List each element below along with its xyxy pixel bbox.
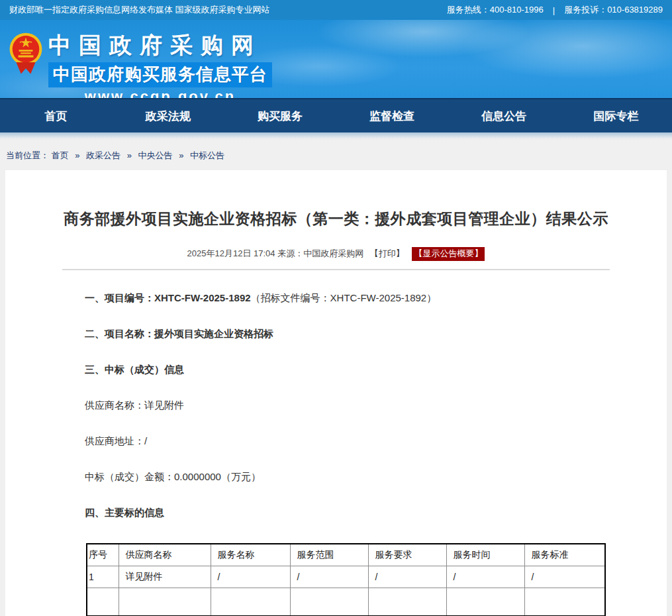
top-utility-bar: 财政部唯一指定政府采购信息网络发布媒体 国家级政府采购专业网站 服务热线：400… <box>0 0 672 20</box>
col-header-service-requirement: 服务要求 <box>368 544 446 566</box>
site-title[interactable]: 中国政府采购网 <box>48 30 272 61</box>
print-button[interactable]: 【打印】 <box>370 248 405 258</box>
article-body: 一、项目编号：XHTC-FW-2025-1892（招标文件编号：XHTC-FW-… <box>5 270 667 518</box>
col-header-supplier-name: 供应商名称 <box>119 544 211 566</box>
nav-item-regulations[interactable]: 政采法规 <box>112 99 224 132</box>
page-title: 商务部援外项目实施企业资格招标（第一类：援外成套项目管理企业）结果公示 <box>5 170 667 229</box>
cell-service-name: / <box>211 566 290 588</box>
service-complaint: 服务投诉：010-63819289 <box>564 4 663 16</box>
nav-item-announcements[interactable]: 信息公告 <box>448 99 560 132</box>
article-source: 来源：中国政府采购网 <box>277 248 363 258</box>
col-header-index: 序号 <box>87 544 119 566</box>
nav-shadow-strip <box>0 132 672 140</box>
col-header-service-standard: 服务标准 <box>524 544 605 566</box>
col-header-service-time: 服务时间 <box>446 544 524 566</box>
nav-item-home[interactable]: 首页 <box>0 99 112 132</box>
cell-index: 1 <box>87 566 119 588</box>
nav-item-supervision[interactable]: 监督检查 <box>336 99 448 132</box>
col-header-service-scope: 服务范围 <box>290 544 368 566</box>
breadcrumb-award-notices[interactable]: 中标公告 <box>190 150 224 160</box>
svg-text:★: ★ <box>19 40 22 44</box>
breadcrumb-home[interactable]: 首页 <box>52 150 69 160</box>
paragraph-award-info-heading: 三、中标（成交）信息 <box>85 364 640 375</box>
breadcrumb: 当前位置： 首页 » 政采公告 » 中央公告 » 中标公告 <box>0 140 672 170</box>
paragraph-supplier-address: 供应商地址：/ <box>85 436 640 446</box>
site-banner: ★ ★ 中国政府采购网 中国政府购买服务信息平台 www.ccgp.gov.cn <box>0 20 672 98</box>
topbar-separator: | <box>553 5 555 15</box>
site-url[interactable]: www.ccgp.gov.cn <box>48 88 272 98</box>
breadcrumb-separator: » <box>127 150 132 160</box>
paragraph-project-number: 一、项目编号：XHTC-FW-2025-1892（招标文件编号：XHTC-FW-… <box>85 293 640 303</box>
cell-supplier-name: 详见附件 <box>119 566 211 588</box>
article-meta: 2025年12月12日 17:04 来源：中国政府采购网 【打印】 【显示公告概… <box>5 247 667 261</box>
nav-item-international[interactable]: 国际专栏 <box>560 99 672 132</box>
publish-datetime: 2025年12月12日 17:04 <box>187 248 275 258</box>
cell-service-requirement: / <box>368 566 446 588</box>
service-hotline: 服务热线：400-810-1996 <box>447 4 544 16</box>
paragraph-supplier-name: 供应商名称：详见附件 <box>85 400 640 411</box>
paragraph-project-name: 二、项目名称：援外项目实施企业资格招标 <box>85 329 640 339</box>
cell-service-time: / <box>446 566 524 588</box>
breadcrumb-central-notices[interactable]: 中央公告 <box>138 150 173 160</box>
show-summary-button[interactable]: 【显示公告概要】 <box>412 247 485 261</box>
col-header-service-name: 服务名称 <box>211 544 290 566</box>
paragraph-award-amount: 中标（成交）金额：0.0000000（万元） <box>85 472 640 482</box>
breadcrumb-procurement-notices[interactable]: 政采公告 <box>86 150 120 160</box>
breadcrumb-separator: » <box>75 150 79 160</box>
breadcrumb-separator: » <box>179 150 183 160</box>
topbar-slogan: 财政部唯一指定政府采购信息网络发布媒体 国家级政府采购专业网站 <box>9 4 270 16</box>
announcement-content: 商务部援外项目实施企业资格招标（第一类：援外成套项目管理企业）结果公示 2025… <box>5 170 667 616</box>
cell-service-standard: / <box>524 566 605 588</box>
table-row: 1 详见附件 / / / / / <box>87 566 605 588</box>
table-row-empty <box>87 588 605 616</box>
breadcrumb-label: 当前位置： <box>6 150 49 160</box>
main-nav: 首页 政采法规 购买服务 监督检查 信息公告 国际专栏 <box>0 98 672 132</box>
cell-service-scope: / <box>290 566 368 588</box>
nav-item-purchase-services[interactable]: 购买服务 <box>224 99 336 132</box>
paragraph-main-subject-heading: 四、主要标的信息 <box>85 507 640 518</box>
site-subtitle: 中国政府购买服务信息平台 <box>48 62 272 87</box>
national-emblem-logo[interactable]: ★ ★ <box>9 32 43 98</box>
table-header-row: 序号 供应商名称 服务名称 服务范围 服务要求 服务时间 服务标准 <box>87 544 605 566</box>
main-subject-table: 序号 供应商名称 服务名称 服务范围 服务要求 服务时间 服务标准 1 详见附件… <box>86 543 606 616</box>
svg-text:★: ★ <box>30 40 32 44</box>
